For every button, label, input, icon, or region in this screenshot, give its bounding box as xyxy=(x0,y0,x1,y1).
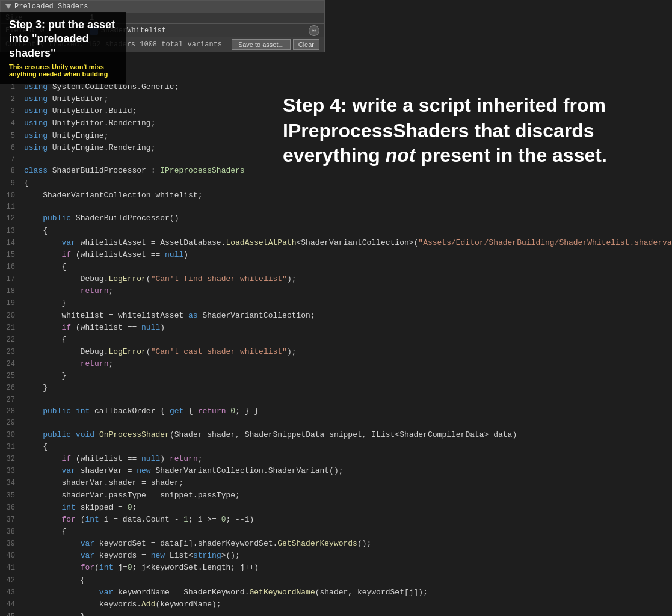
line-number: 8 xyxy=(3,165,24,177)
line-content: { xyxy=(24,526,669,538)
code-line: 44 keywords.Add(keywordName); xyxy=(0,599,672,611)
line-content: Debug.LogError("Can't cast shader whitel… xyxy=(24,346,669,358)
line-content: using UnityEditor.Rendering; xyxy=(24,117,669,129)
line-content: class ShaderBuildProcessor : IPreprocess… xyxy=(24,165,669,177)
line-number: 22 xyxy=(3,334,24,346)
code-line: 14 var whitelistAsset = AssetDatabase.Lo… xyxy=(0,237,672,249)
line-number: 42 xyxy=(3,575,24,587)
save-to-asset-button[interactable]: Save to asset... xyxy=(232,39,291,50)
line-number: 41 xyxy=(3,562,24,574)
line-content: using UnityEditor.Build; xyxy=(24,105,669,117)
line-number: 27 xyxy=(3,395,24,406)
line-content: var whitelistAsset = AssetDatabase.LoadA… xyxy=(24,237,672,249)
line-number: 31 xyxy=(3,442,24,453)
code-line: 23 Debug.LogError("Can't cast shader whi… xyxy=(0,346,672,358)
code-line: 42 { xyxy=(0,574,672,587)
collapse-icon[interactable] xyxy=(5,4,11,9)
line-content: using UnityEngine; xyxy=(24,130,669,142)
code-line: 28 public int callbackOrder { get { retu… xyxy=(0,405,672,417)
line-number: 34 xyxy=(3,478,24,489)
code-line: 41 for(int j=0; j<keywordSet.Length; j++… xyxy=(0,562,672,574)
line-content: for (int i = data.Count - 1; i >= 0; --i… xyxy=(24,514,669,526)
code-line: 3using UnityEditor.Build; xyxy=(0,105,672,117)
line-number: 33 xyxy=(3,466,24,477)
code-line: 38 { xyxy=(0,526,672,538)
code-line: 25 } xyxy=(0,370,672,382)
line-content: int skipped = 0; xyxy=(24,502,669,514)
line-number: 37 xyxy=(3,514,24,526)
line-content: using UnityEditor; xyxy=(24,93,669,105)
line-content: keywords.Add(keywordName); xyxy=(24,599,669,611)
clear-button[interactable]: Clear xyxy=(293,39,319,50)
line-number: 43 xyxy=(3,587,24,599)
code-line: 11 xyxy=(0,202,672,213)
inspector-header: Preloaded Shaders xyxy=(1,1,324,13)
line-content: public ShaderBuildProcessor() xyxy=(24,212,669,224)
line-number: 40 xyxy=(3,550,24,562)
line-content: var keywords = new List<string>(); xyxy=(24,550,669,562)
line-content: var keywordName = ShaderKeyword.GetKeywo… xyxy=(24,587,669,599)
line-number: 17 xyxy=(3,274,24,285)
line-number: 38 xyxy=(3,526,24,538)
code-line: 10 ShaderVariantCollection whitelist; xyxy=(0,189,672,202)
code-line: 34 shaderVar.shader = shader; xyxy=(0,477,672,489)
element-select-button[interactable]: ⊙ xyxy=(309,25,319,36)
code-line: 36 int skipped = 0; xyxy=(0,502,672,514)
line-number: 26 xyxy=(3,383,24,394)
code-line: 15 if (whitelistAsset == null) xyxy=(0,249,672,261)
code-line: 21 if (whitelist == null) xyxy=(0,322,672,334)
line-content: for(int j=0; j<keywordSet.Length; j++) xyxy=(24,562,669,574)
line-number: 18 xyxy=(3,286,24,297)
line-content: shaderVar.shader = shader; xyxy=(24,477,669,489)
line-content: var shaderVar = new ShaderVariantCollect… xyxy=(24,465,669,477)
line-content: return; xyxy=(24,358,669,370)
action-buttons: Save to asset... Clear xyxy=(232,39,319,50)
line-number: 19 xyxy=(3,298,24,309)
line-number: 15 xyxy=(3,250,24,261)
line-number: 39 xyxy=(3,538,24,550)
code-line: 9{ xyxy=(0,177,672,189)
code-line: 24 return; xyxy=(0,358,672,370)
code-line: 40 var keywords = new List<string>(); xyxy=(0,550,672,562)
line-number: 44 xyxy=(3,599,24,611)
line-number: 45 xyxy=(3,611,24,616)
line-number: 11 xyxy=(3,202,24,213)
line-number: 20 xyxy=(3,310,24,322)
code-line: 27 xyxy=(0,395,672,406)
line-number: 21 xyxy=(3,322,24,334)
step3-overlay: Step 3: put the asset into "preloaded sh… xyxy=(0,12,126,84)
line-number: 6 xyxy=(3,143,24,154)
line-content: { xyxy=(24,441,669,453)
code-line: 35 shaderVar.passType = snippet.passType… xyxy=(0,490,672,502)
code-line: 18 return; xyxy=(0,285,672,297)
line-number: 12 xyxy=(3,213,24,224)
line-number: 9 xyxy=(3,178,24,189)
line-number: 10 xyxy=(3,190,24,202)
line-content: shaderVar.passType = snippet.passType; xyxy=(24,490,669,502)
code-line: 43 var keywordName = ShaderKeyword.GetKe… xyxy=(0,587,672,599)
line-number: 13 xyxy=(3,226,24,237)
code-line: 2using UnityEditor; xyxy=(0,93,672,105)
code-line: 22 { xyxy=(0,334,672,346)
line-content: Debug.LogError("Can't find shader whitel… xyxy=(24,273,669,285)
code-line: 19 } xyxy=(0,297,672,309)
line-content: var keywordSet = data[i].shaderKeywordSe… xyxy=(24,538,669,550)
line-content: } xyxy=(24,370,669,382)
code-line: 5using UnityEngine; xyxy=(0,130,672,142)
line-content: { xyxy=(24,574,669,587)
code-line: 39 var keywordSet = data[i].shaderKeywor… xyxy=(0,538,672,550)
line-content: if (whitelistAsset == null) xyxy=(24,249,669,261)
code-line: 12 public ShaderBuildProcessor() xyxy=(0,212,672,224)
line-content: { xyxy=(24,261,669,273)
line-content: ShaderVariantCollection whitelist; xyxy=(24,189,669,202)
code-line: 32 if (whitelist == null) return; xyxy=(0,453,672,465)
code-line: 33 var shaderVar = new ShaderVariantColl… xyxy=(0,465,672,477)
line-number: 29 xyxy=(3,417,24,429)
line-number: 14 xyxy=(3,238,24,249)
line-content: } xyxy=(24,297,669,309)
code-line: 17 Debug.LogError("Can't find shader whi… xyxy=(0,273,672,285)
line-content: { xyxy=(24,225,669,237)
code-line: 37 for (int i = data.Count - 1; i >= 0; … xyxy=(0,514,672,526)
code-line: 20 whitelist = whitelistAsset as ShaderV… xyxy=(0,310,672,322)
line-number: 32 xyxy=(3,454,24,465)
